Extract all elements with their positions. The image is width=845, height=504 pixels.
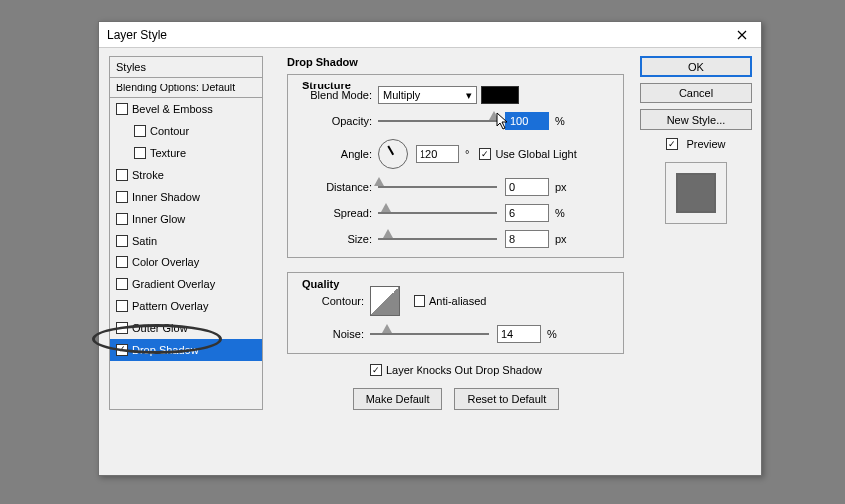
antialiased-checkbox[interactable]: Anti-aliased	[414, 295, 486, 307]
style-checkbox[interactable]	[134, 125, 146, 137]
close-icon	[737, 30, 747, 40]
opacity-unit: %	[555, 115, 565, 127]
spread-input[interactable]: 6	[505, 204, 549, 222]
opacity-input[interactable]: 100	[505, 112, 549, 130]
style-checkbox[interactable]	[116, 300, 128, 312]
size-input[interactable]: 8	[505, 230, 549, 248]
knockout-checkbox[interactable]: ✓ Layer Knocks Out Drop Shadow	[370, 364, 542, 376]
spread-slider[interactable]	[378, 207, 497, 219]
style-label: Texture	[150, 147, 186, 159]
size-slider[interactable]	[378, 233, 497, 245]
distance-unit: px	[555, 181, 567, 193]
contour-label: Contour:	[298, 295, 370, 307]
style-label: Color Overlay	[132, 256, 199, 268]
structure-title: Structure	[298, 80, 355, 91]
reset-default-button[interactable]: Reset to Default	[454, 388, 559, 410]
style-checkbox[interactable]	[116, 278, 128, 290]
style-item-satin[interactable]: Satin	[110, 230, 262, 252]
style-item-texture[interactable]: Texture	[110, 142, 262, 164]
size-unit: px	[555, 233, 567, 245]
opacity-slider[interactable]	[378, 115, 497, 127]
style-label: Inner Shadow	[132, 191, 200, 203]
distance-input[interactable]: 0	[505, 178, 549, 196]
style-checkbox[interactable]	[116, 322, 128, 334]
preview-thumbnail	[665, 162, 727, 224]
style-item-bevel-emboss[interactable]: Bevel & Emboss	[110, 98, 262, 120]
styles-header[interactable]: Styles	[110, 57, 262, 78]
spread-unit: %	[555, 207, 565, 219]
angle-dial[interactable]	[378, 139, 408, 169]
layer-style-dialog: Layer Style Styles Blending Options: Def…	[98, 21, 762, 476]
structure-group: Structure Blend Mode: Multiply ▾ Opacity…	[287, 74, 624, 258]
shadow-color-swatch[interactable]	[481, 86, 519, 104]
style-item-contour[interactable]: Contour	[110, 120, 262, 142]
style-checkbox[interactable]: ✓	[116, 344, 128, 356]
make-default-button[interactable]: Make Default	[353, 388, 443, 410]
style-item-pattern-overlay[interactable]: Pattern Overlay	[110, 295, 262, 317]
drop-shadow-settings: Drop Shadow Structure Blend Mode: Multip…	[263, 56, 636, 410]
chevron-down-icon: ▾	[466, 89, 472, 102]
quality-group: Quality Contour: Anti-aliased Noise:	[287, 272, 624, 354]
style-checkbox[interactable]	[116, 169, 128, 181]
style-label: Inner Glow	[132, 213, 185, 225]
style-item-outer-glow[interactable]: Outer Glow	[110, 317, 262, 339]
noise-input[interactable]: 14	[497, 325, 541, 343]
section-title: Drop Shadow	[287, 56, 624, 68]
angle-input[interactable]: 120	[416, 145, 459, 163]
style-checkbox[interactable]	[116, 213, 128, 225]
quality-title: Quality	[298, 278, 343, 290]
style-item-inner-glow[interactable]: Inner Glow	[110, 208, 262, 230]
style-label: Drop Shadow	[132, 344, 199, 356]
angle-label: Angle:	[298, 148, 378, 160]
style-item-inner-shadow[interactable]: Inner Shadow	[110, 186, 262, 208]
style-item-drop-shadow[interactable]: ✓Drop Shadow	[110, 339, 262, 361]
distance-slider[interactable]	[378, 181, 497, 193]
style-label: Outer Glow	[132, 322, 188, 334]
style-label: Gradient Overlay	[132, 278, 215, 290]
window-title: Layer Style	[107, 28, 167, 42]
style-label: Satin	[132, 235, 157, 247]
style-checkbox[interactable]	[116, 256, 128, 268]
new-style-button[interactable]: New Style...	[640, 109, 752, 130]
blend-mode-select[interactable]: Multiply ▾	[378, 86, 477, 104]
style-checkbox[interactable]	[116, 191, 128, 203]
style-checkbox[interactable]	[116, 103, 128, 115]
style-item-stroke[interactable]: Stroke	[110, 164, 262, 186]
style-checkbox[interactable]	[134, 147, 146, 159]
styles-list: Styles Blending Options: Default Bevel &…	[109, 56, 263, 410]
noise-unit: %	[547, 328, 557, 340]
size-label: Size:	[298, 233, 378, 245]
style-checkbox[interactable]	[116, 235, 128, 247]
style-item-gradient-overlay[interactable]: Gradient Overlay	[110, 273, 262, 295]
spread-label: Spread:	[298, 207, 378, 219]
ok-button[interactable]: OK	[640, 56, 752, 77]
style-label: Stroke	[132, 169, 164, 181]
distance-label: Distance:	[298, 181, 378, 193]
blending-options[interactable]: Blending Options: Default	[110, 78, 262, 98]
style-label: Contour	[150, 125, 189, 137]
use-global-light-checkbox[interactable]: ✓ Use Global Light	[479, 148, 576, 160]
angle-unit: °	[465, 148, 469, 160]
style-label: Bevel & Emboss	[132, 103, 213, 115]
dialog-buttons: OK Cancel New Style... ✓ Preview	[640, 56, 752, 410]
noise-slider[interactable]	[370, 328, 489, 340]
close-button[interactable]	[722, 22, 761, 48]
contour-picker[interactable]	[370, 286, 400, 316]
style-label: Pattern Overlay	[132, 300, 208, 312]
opacity-label: Opacity:	[298, 115, 378, 127]
style-item-color-overlay[interactable]: Color Overlay	[110, 252, 262, 273]
title-bar: Layer Style	[99, 22, 761, 48]
noise-label: Noise:	[298, 328, 370, 340]
preview-checkbox[interactable]: ✓ Preview	[640, 138, 752, 150]
cancel-button[interactable]: Cancel	[640, 83, 752, 103]
